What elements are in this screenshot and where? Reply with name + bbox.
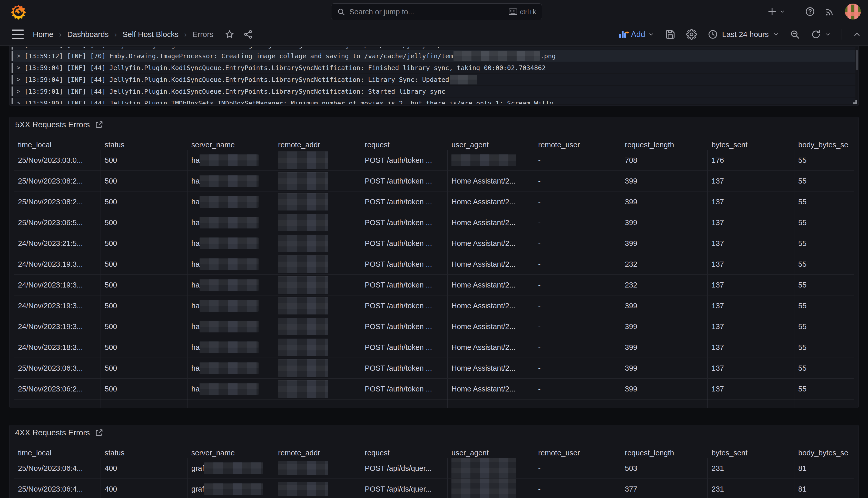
column-header[interactable]: time_local — [14, 140, 101, 150]
breadcrumb: Home › Dashboards › Self Host Blocks › E… — [33, 23, 253, 46]
menu-toggle-icon[interactable] — [12, 29, 24, 39]
log-expand-icon[interactable]: > — [17, 76, 20, 83]
column-header[interactable]: body_bytes_se — [795, 140, 854, 150]
table-cell: 55 — [795, 316, 854, 337]
table-cell: ha — [188, 337, 274, 357]
column-header[interactable]: user_agent — [448, 448, 534, 458]
column-header[interactable]: body_bytes_se — [795, 448, 854, 458]
table-cell: - — [534, 337, 621, 357]
column-header[interactable]: server_name — [188, 140, 274, 150]
table-row: 25/Nov/2023:08:2...500haPOST /auth/token… — [14, 192, 854, 212]
table-cell: 231 — [708, 458, 795, 479]
breadcrumb-folder[interactable]: Self Host Blocks — [123, 30, 178, 39]
table-cell: POST /auth/token ... — [361, 212, 448, 233]
table-cell: POST /auth/token ... — [361, 358, 448, 378]
table-cell: 399 — [621, 192, 708, 212]
table-row: 24/Nov/2023:19:3...500haPOST /auth/token… — [14, 254, 854, 275]
table-cell: ha — [188, 233, 274, 254]
table-cell — [448, 479, 534, 498]
refresh-button[interactable] — [811, 29, 831, 40]
column-header[interactable]: request — [361, 448, 448, 458]
table-row: 25/Nov/2023:06:3...500haPOST /auth/token… — [14, 358, 854, 379]
table-cell: 55 — [795, 275, 854, 295]
time-range-picker[interactable]: Last 24 hours — [708, 29, 779, 40]
column-header[interactable]: remote_addr — [274, 448, 361, 458]
breadcrumb-dashboards[interactable]: Dashboards — [67, 30, 109, 39]
grafana-logo[interactable] — [11, 4, 26, 19]
column-header[interactable]: request_length — [621, 140, 708, 150]
table-cell: - — [534, 233, 621, 254]
log-level-bar — [12, 87, 13, 96]
table-cell — [274, 171, 361, 191]
redacted-value — [200, 237, 259, 249]
table-cell: 399 — [621, 296, 708, 316]
table-cell: ha — [188, 171, 274, 191]
collapse-toolbar-button[interactable] — [853, 30, 861, 39]
redacted-value — [451, 479, 516, 498]
table-cell: 399 — [621, 212, 708, 233]
redacted-value — [200, 258, 259, 270]
column-header[interactable]: user_agent — [448, 140, 534, 150]
save-dashboard-button[interactable] — [665, 29, 675, 40]
dashboard-settings-button[interactable] — [686, 29, 697, 40]
table-cell: - — [534, 171, 621, 191]
new-button[interactable] — [767, 7, 785, 16]
column-header[interactable]: status — [101, 140, 188, 150]
table-cell: - — [534, 379, 621, 399]
table-cell: 25/Nov/2023:06:5... — [14, 212, 101, 233]
table-row: 25/Nov/2023:06:2...500haPOST /auth/token… — [14, 379, 854, 399]
log-expand-icon[interactable]: > — [17, 52, 20, 60]
column-header[interactable]: status — [101, 448, 188, 458]
table-cell: 24/Nov/2023:19:3... — [14, 254, 101, 274]
column-header[interactable]: request — [361, 140, 448, 150]
log-expand-icon[interactable]: > — [17, 47, 20, 49]
table-cell: Home Assistant/2... — [448, 296, 534, 316]
breadcrumb-separator: › — [184, 30, 187, 39]
logs-scrollbar[interactable] — [856, 50, 858, 70]
column-header[interactable]: request_length — [621, 448, 708, 458]
avatar[interactable] — [845, 4, 861, 19]
column-header[interactable]: server_name — [188, 448, 274, 458]
table-cell: 55 — [795, 254, 854, 274]
column-header[interactable]: bytes_sent — [708, 448, 795, 458]
table-cell — [708, 399, 795, 408]
table-row: 24/Nov/2023:19:3...500haPOST /auth/token… — [14, 296, 854, 316]
table-cell: POST /auth/token ... — [361, 233, 448, 254]
table-cell: - — [534, 150, 621, 170]
column-header[interactable]: remote_user — [534, 448, 621, 458]
table-ghost-row — [14, 399, 854, 408]
table-cell: Home Assistant/2... — [448, 254, 534, 274]
table-cell: 55 — [795, 233, 854, 254]
add-panel-button[interactable]: + Add — [619, 30, 654, 39]
table-cell: POST /api/ds/quer... — [361, 479, 448, 498]
column-header[interactable]: remote_user — [534, 140, 621, 150]
column-header[interactable]: remote_addr — [274, 140, 361, 150]
column-header[interactable]: time_local — [14, 448, 101, 458]
help-button[interactable] — [805, 6, 815, 17]
column-header[interactable]: bytes_sent — [708, 140, 795, 150]
external-link-icon[interactable] — [95, 429, 103, 437]
grafana-dashboard: { "topnav": { "search_placeholder": "Sea… — [0, 0, 868, 498]
panel-resize-grip[interactable] — [853, 100, 857, 104]
favorite-star-icon[interactable] — [225, 29, 234, 39]
share-icon[interactable] — [243, 29, 253, 39]
table-cell: 55 — [795, 358, 854, 378]
log-expand-icon[interactable]: > — [17, 64, 20, 71]
table-cell: 399 — [621, 358, 708, 378]
search-input[interactable]: Search or jump to... ctrl+k — [331, 3, 542, 20]
log-row-inner: >[13:59:12] [INF] [70] Emby.Drawing.Imag… — [12, 47, 453, 50]
table-cell: POST /auth/token ... — [361, 254, 448, 274]
top-nav: Search or jump to... ctrl+k — [0, 0, 868, 23]
table-cell: POST /api/ds/quer... — [361, 458, 448, 479]
log-expand-icon[interactable]: > — [17, 88, 20, 95]
zoom-out-button[interactable] — [790, 29, 800, 40]
news-icon[interactable] — [825, 6, 835, 17]
breadcrumb-home[interactable]: Home — [33, 30, 53, 39]
breadcrumb-separator: › — [114, 30, 117, 39]
external-link-icon[interactable] — [95, 121, 103, 129]
breadcrumb-separator: › — [59, 30, 62, 39]
table-cell: 503 — [621, 458, 708, 479]
panel-title: 5XX Requests Errors — [15, 120, 90, 129]
table-cell: Home Assistant/2... — [448, 233, 534, 254]
log-expand-icon[interactable]: > — [17, 100, 20, 104]
